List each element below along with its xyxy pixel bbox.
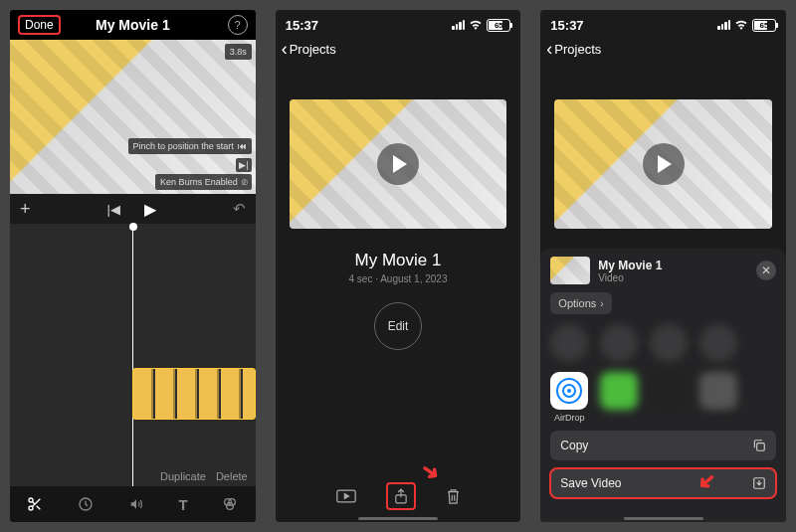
share-sheet: My Movie 1 Video ✕ Options› AirDrop Copy xyxy=(540,249,786,522)
playhead[interactable] xyxy=(132,224,133,486)
project-subtitle: 4 sec · August 1, 2023 xyxy=(276,273,521,284)
signal-icon xyxy=(452,20,465,30)
imovie-editor-screen: Done My Movie 1 ? ➜ 3.8s Pinch to positi… xyxy=(10,10,256,522)
timeline[interactable]: Duplicate Delete xyxy=(10,224,256,486)
save-video-action[interactable]: Save Video xyxy=(550,468,776,498)
apps-row: AirDrop xyxy=(550,372,776,423)
contact-avatar[interactable] xyxy=(550,324,588,362)
back-label[interactable]: Projects xyxy=(554,42,601,57)
battery-icon: 65 xyxy=(752,19,776,32)
close-button[interactable]: ✕ xyxy=(756,261,776,280)
project-preview[interactable] xyxy=(290,99,507,229)
share-app[interactable] xyxy=(699,372,737,410)
scissors-icon[interactable] xyxy=(27,496,43,512)
display-icon: ⎚ xyxy=(242,177,247,187)
wifi-icon xyxy=(734,20,748,30)
trash-icon[interactable] xyxy=(446,488,461,505)
airdrop-icon xyxy=(556,378,582,404)
video-preview[interactable]: 3.8s Pinch to position the start⏮ ▶| Ken… xyxy=(10,40,256,194)
contact-avatar[interactable] xyxy=(650,324,688,362)
editor-header: Done My Movie 1 ? xyxy=(10,10,256,40)
play-button[interactable]: ▶ xyxy=(144,200,156,219)
video-clip[interactable] xyxy=(132,368,255,420)
project-info: My Movie 1 4 sec · August 1, 2023 xyxy=(276,251,521,284)
copy-action[interactable]: Copy xyxy=(550,431,776,460)
share-title: My Movie 1 xyxy=(598,259,662,272)
pinch-hint: Pinch to position the start⏮ xyxy=(128,138,252,154)
play-overlay-button[interactable] xyxy=(643,143,685,185)
skip-start-icon[interactable]: |◀ xyxy=(106,202,119,217)
svg-point-1 xyxy=(29,506,33,510)
edit-button[interactable]: Edit xyxy=(374,302,422,350)
undo-button[interactable]: ↶ xyxy=(233,200,246,218)
bottom-toolbar xyxy=(276,476,521,516)
share-thumbnail xyxy=(550,257,590,284)
share-sheet-header: My Movie 1 Video ✕ xyxy=(550,257,776,284)
play-rect-icon[interactable] xyxy=(336,489,356,503)
kenburns-hint: Ken Burns Enabled⎚ xyxy=(155,174,252,190)
duration-badge: 3.8s xyxy=(225,44,252,60)
status-time: 15:37 xyxy=(550,18,583,33)
home-indicator xyxy=(624,517,703,520)
share-app[interactable] xyxy=(650,372,688,410)
options-button[interactable]: Options› xyxy=(550,292,611,314)
share-button[interactable] xyxy=(386,482,416,510)
help-icon[interactable]: ? xyxy=(228,15,248,35)
project-preview xyxy=(554,99,772,229)
svg-point-5 xyxy=(227,503,234,510)
filters-icon[interactable] xyxy=(222,496,238,512)
back-label[interactable]: Projects xyxy=(290,42,336,57)
svg-rect-8 xyxy=(757,443,765,451)
home-indicator xyxy=(358,517,438,520)
next-frame-button[interactable]: ▶| xyxy=(236,158,251,172)
text-icon[interactable]: T xyxy=(178,496,187,513)
download-icon xyxy=(752,476,766,490)
wifi-icon xyxy=(469,20,483,30)
contact-avatar[interactable] xyxy=(600,324,638,362)
volume-icon[interactable] xyxy=(128,497,144,511)
back-chevron-icon[interactable]: ‹ xyxy=(546,40,552,58)
play-icon xyxy=(393,155,407,173)
imovie-project-screen: 15:37 65 ‹ Projects My Movie 1 4 sec · A… xyxy=(276,10,521,522)
rewind-icon: ⏮ xyxy=(238,141,247,151)
status-bar: 15:37 65 xyxy=(276,10,521,36)
status-bar: 15:37 65 xyxy=(540,10,786,36)
speed-icon[interactable] xyxy=(78,496,94,512)
share-subtitle: Video xyxy=(598,272,662,283)
duplicate-button[interactable]: Duplicate xyxy=(160,470,206,482)
contacts-row xyxy=(550,324,776,362)
airdrop-label: AirDrop xyxy=(554,413,585,423)
play-overlay-button[interactable] xyxy=(377,143,419,185)
playback-toolbar: + |◀ ▶ ↶ xyxy=(10,194,256,224)
play-icon xyxy=(658,155,672,173)
done-button[interactable]: Done xyxy=(18,15,61,35)
signal-icon xyxy=(717,20,730,30)
copy-icon xyxy=(752,439,766,452)
status-time: 15:37 xyxy=(286,18,318,33)
airdrop-button[interactable] xyxy=(550,372,588,410)
svg-point-0 xyxy=(29,498,33,502)
battery-icon: 65 xyxy=(487,19,510,32)
contact-avatar[interactable] xyxy=(699,324,737,362)
share-app[interactable] xyxy=(600,372,638,410)
add-media-button[interactable]: + xyxy=(20,199,31,220)
delete-button[interactable]: Delete xyxy=(216,470,248,482)
nav-bar: ‹ Projects xyxy=(540,36,786,62)
share-sheet-screen: 15:37 65 ‹ Projects My Movie 1 Video ✕ O… xyxy=(540,10,786,522)
edit-tools-bar: T xyxy=(10,486,256,522)
nav-bar: ‹ Projects xyxy=(276,36,521,62)
chevron-right-icon: › xyxy=(600,298,603,309)
project-title: My Movie 1 xyxy=(276,251,521,270)
back-chevron-icon[interactable]: ‹ xyxy=(282,40,288,58)
